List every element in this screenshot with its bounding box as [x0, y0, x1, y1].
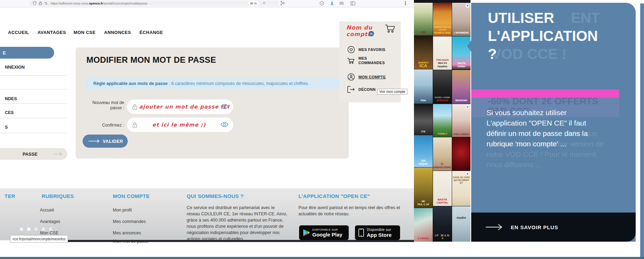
poster-el-embarcadero[interactable]: EL EMBARCADERO [433, 137, 452, 171]
footer: TER RUBRIQUES Accueil Avantages Mon CSE … [0, 188, 414, 240]
tracking-protection-icon[interactable] [43, 1, 49, 6]
poster-la-fille[interactable]: Fille [414, 69, 433, 104]
poster-honeyland[interactable]: 2 NOMINATIONS AUX OSCARSHONEYLAND [433, 3, 452, 36]
poster-carpates[interactable]: J'irai mourirdans les CarpAtes [433, 36, 452, 70]
poster-jardin-eternel[interactable]: ♥DANS UN JARDQU'ON DIRAIT ET [452, 171, 471, 206]
page-title: MODIFIER MON MOT DE PASSE [86, 55, 216, 65]
poster-family-romance[interactable]: ♥FAMILY ROMANC [452, 104, 471, 137]
lock-icon [133, 104, 137, 110]
cart-icon[interactable] [384, 23, 396, 35]
footer-app-heading: L'APPLICATION "OPEN CE" [298, 193, 370, 199]
poster-une-femme[interactable]: E FEMME [414, 208, 433, 242]
google-play-icon [303, 229, 310, 236]
footer-qui-text: Ce service est distribué en partenariat … [187, 205, 288, 242]
poster-bw-film[interactable]: ITE [414, 104, 433, 135]
sidebar-passe-label: PASSE [23, 152, 37, 157]
carousel-dot[interactable] [49, 227, 52, 231]
footer-link-mes-annonces[interactable]: Mes annonces [113, 231, 141, 235]
library-icon[interactable] [339, 1, 345, 6]
confirm-password-input[interactable]: et ici le même ;) [127, 118, 233, 132]
nav-annonces[interactable]: ANNONCES [104, 30, 131, 35]
arrow-right-icon [53, 152, 62, 156]
carousel-dot[interactable] [34, 227, 38, 231]
nav-mon-cse[interactable]: MON CSE [74, 30, 95, 35]
screenshot-bottom-edge [64, 240, 414, 242]
sidebar-divider [0, 75, 67, 76]
sidebar-item-mot-de-passe[interactable]: PASSE [0, 148, 67, 160]
promo-paragraph: Si vous souhaitez utiliserL'application … [486, 107, 588, 149]
footer-rubriques-heading: RUBRIQUES [42, 193, 74, 199]
poster-basta-capital[interactable]: BASTACAPITAL [433, 171, 452, 206]
app-store-badge[interactable]: Disponible surApp Store [355, 225, 400, 240]
arrow-right-icon [88, 139, 100, 143]
carousel-dot[interactable] [42, 227, 45, 231]
poster-yellow-film[interactable]: MEPES, C UF [414, 167, 433, 208]
bookmark-star-icon[interactable]: ☆ [262, 1, 266, 5]
url-text[interactable]: https://adherent-snep-unsa.opence.fr/por… [51, 2, 147, 5]
en-savoir-plus-button[interactable]: EN SAVOIR PLUS [471, 213, 636, 242]
carousel-dot-active[interactable] [27, 227, 31, 231]
poster-collage: ette BAMAKOICA Fille ITE CERRIQUE MEPES,… [414, 0, 471, 242]
favorite-heart-icon[interactable]: ♥ [466, 105, 469, 109]
address-bar[interactable]: https://adherent-snep-unsa.opence.fr/por… [29, 1, 278, 6]
password-rule-banner: Règle applicable aux mots de passe : 8 c… [86, 78, 340, 89]
footer-link-mon-profil[interactable]: Mon profil [113, 208, 132, 213]
sidebar-divider [0, 118, 67, 118]
zoom-level-badge[interactable]: 90 % [249, 1, 258, 6]
poster-africa-mia[interactable]: BAMAKOICA [414, 36, 433, 69]
sidebar-item-commandes[interactable]: NDES [5, 96, 17, 101]
rule-rest-text: : 8 caractères minimum composés de minus… [168, 81, 309, 86]
footer-link-accueil[interactable]: Accueil [40, 208, 54, 213]
sidebar-active-label: E [3, 50, 6, 55]
eye-icon[interactable] [221, 122, 228, 127]
promo-panel: ENT VOD CCE ! UTILISERL'APPLICATION? -60… [471, 3, 636, 242]
nav-avantages[interactable]: AVANTAGES [37, 30, 66, 35]
eye-icon[interactable] [221, 104, 228, 109]
favorite-heart-icon[interactable]: ♥ [466, 4, 469, 8]
account-name-annotation[interactable]: Nom ducompte [346, 24, 372, 37]
screenshot-extension-icon[interactable] [280, 1, 286, 6]
menu-item-mes-commandes[interactable]: MESCOMMANDES [347, 56, 385, 65]
carousel-dot[interactable] [20, 227, 23, 231]
sidebar-item-annonces[interactable]: CES [5, 110, 14, 115]
menu-item-deconnexion[interactable]: DÉCONN [347, 85, 375, 94]
annotation-confirm-password: et ici le même ;) [152, 122, 206, 128]
sidebar-active-section-pill[interactable]: E [0, 47, 54, 59]
next-slide-edge[interactable] [640, 3, 644, 257]
confirm-password-label: Confirmez : [76, 123, 124, 128]
poster-madre[interactable]: madre [452, 206, 471, 242]
lock-icon[interactable] [37, 1, 43, 6]
new-password-input[interactable]: ajouter un mot de passe ICI [127, 100, 233, 114]
poster-enrage[interactable]: RUSSELL CROWEENRAGÉ [433, 70, 452, 104]
favorite-heart-icon[interactable]: ♥ [466, 172, 469, 176]
footer-link-avantages[interactable]: Avantages [40, 219, 60, 224]
valider-button[interactable]: VALIDER [83, 135, 128, 148]
sidebar-toggle-icon[interactable] [350, 1, 356, 6]
nav-accueil[interactable]: ACCUEIL [8, 30, 29, 35]
voir-mon-compte-tooltip: Voir mon compte [377, 89, 407, 95]
download-icon[interactable] [330, 1, 335, 6]
poster-mignonnes[interactable]: MIGNONN [452, 70, 471, 104]
menu-item-mon-compte[interactable]: MON COMPTE [347, 73, 386, 81]
pocket-icon[interactable] [320, 1, 325, 6]
sidebar-item-connexion[interactable]: NNEXION [5, 65, 25, 70]
sidebar-item-favoris[interactable]: S [5, 125, 8, 130]
footer-contact-heading-fragment: TER [5, 193, 15, 199]
footer-compte-heading: MON COMPTE [113, 193, 150, 199]
poster-infirmiere[interactable]: ♥L'INFIRMIÈRE [452, 3, 471, 36]
poster-ip-man-4[interactable]: IP MAN4 [433, 206, 452, 242]
menu-item-mes-favoris[interactable]: MES FAVORIS [347, 45, 385, 54]
overflow-menu-icon[interactable] [405, 1, 406, 2]
poster-red-theatre[interactable] [452, 137, 471, 171]
footer-link-mes-commandes[interactable]: Mes commandes [113, 219, 146, 224]
poster-bigfoot-family[interactable]: BIGFOOTFAMILY [433, 104, 452, 137]
shield-icon[interactable] [32, 1, 37, 6]
poster-antoinette[interactable]: ette [414, 3, 433, 35]
arrow-right-icon [485, 224, 503, 231]
footer-link-mon-cse[interactable]: Mon CSE [40, 231, 59, 235]
poster-cer-rique[interactable]: CERRIQUE [414, 135, 433, 167]
nav-echange[interactable]: ÉCHANGE [139, 30, 163, 35]
chevron-up-icon[interactable] [368, 31, 374, 36]
google-play-badge[interactable]: DISPONIBLE SURGoogle Play [299, 225, 349, 240]
sidebar-divider [0, 89, 67, 89]
